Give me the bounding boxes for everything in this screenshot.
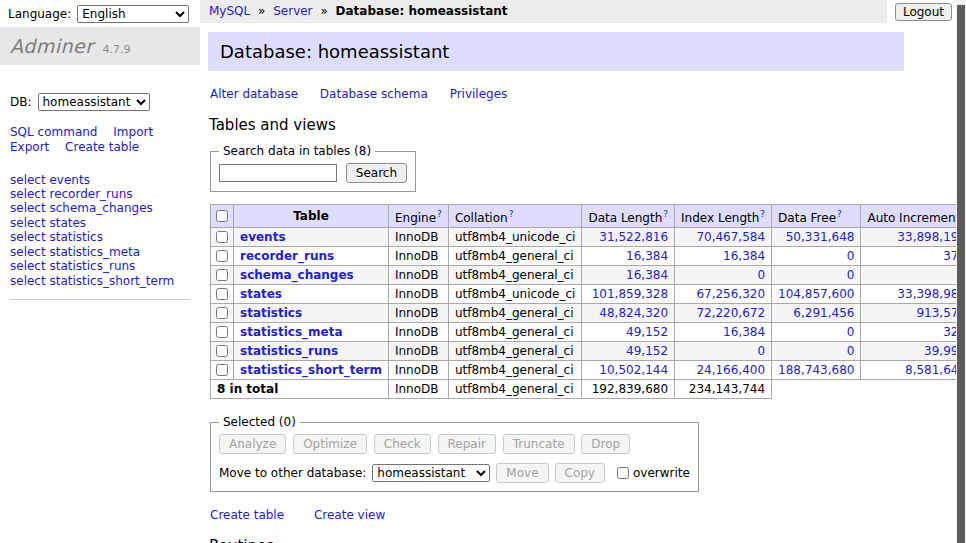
index-length-link[interactable]: 16,384 (723, 249, 765, 263)
sidebar-item-select-statistics-runs[interactable]: select statistics_runs (10, 260, 190, 274)
truncate-button[interactable]: Truncate (503, 434, 575, 454)
overwrite-wrap: overwrite (615, 466, 690, 480)
help-link-collation[interactable]: ? (509, 209, 514, 219)
privileges-link[interactable]: Privileges (450, 87, 508, 101)
analyze-button[interactable]: Analyze (219, 434, 286, 454)
sidebar-link-sql-command[interactable]: SQL command (10, 125, 97, 139)
breadcrumb-separator: » (320, 4, 327, 18)
sidebar-link-create-table[interactable]: Create table (65, 140, 139, 154)
row-checkbox[interactable] (216, 307, 228, 319)
row-checkbox[interactable] (216, 345, 228, 357)
row-checkbox[interactable] (216, 288, 228, 300)
data-free-link[interactable]: 188,743,680 (778, 363, 854, 377)
table-link[interactable]: statistics (240, 306, 302, 320)
scrollbar-thumb[interactable] (957, 5, 965, 543)
index-length-link[interactable]: 72,220,672 (696, 306, 765, 320)
data-free-link[interactable]: 50,331,648 (786, 230, 855, 244)
overwrite-checkbox[interactable] (617, 467, 629, 479)
data-length-link[interactable]: 16,384 (626, 268, 668, 282)
table-link[interactable]: statistics_short_term (240, 363, 382, 377)
table-link[interactable]: schema_changes (240, 268, 354, 282)
move-row: Move to other database: homeassistant Mo… (219, 463, 690, 483)
drop-button[interactable]: Drop (581, 434, 630, 454)
data-length-link[interactable]: 10,502,144 (599, 363, 668, 377)
create-table-link[interactable]: Create table (210, 508, 284, 522)
optimize-button[interactable]: Optimize (293, 434, 367, 454)
sidebar-item-select-statistics-meta[interactable]: select statistics_meta (10, 245, 190, 259)
row-checkbox[interactable] (216, 364, 228, 376)
sidebar-divider (10, 299, 190, 300)
index-length-link[interactable]: 0 (757, 268, 765, 282)
data-length-link[interactable]: 31,522,816 (599, 230, 668, 244)
logout-button[interactable]: Logout (895, 3, 952, 21)
data-length-link[interactable]: 101,859,328 (592, 287, 668, 301)
index-length-link[interactable]: 24,166,400 (696, 363, 765, 377)
check-button[interactable]: Check (374, 434, 431, 454)
index-length-link[interactable]: 70,467,584 (696, 230, 765, 244)
database-schema-link[interactable]: Database schema (320, 87, 428, 101)
index-length-link[interactable]: 67,256,320 (696, 287, 765, 301)
search-legend: Search data in tables (8) (219, 144, 375, 158)
table-link[interactable]: states (240, 287, 282, 301)
collation-cell: utf8mb4_unicode_ci (448, 285, 582, 304)
row-checkbox[interactable] (216, 231, 228, 243)
sidebar-actions: SQL command Import Export Create table (10, 125, 190, 155)
sidebar-item-select-states[interactable]: select states (10, 216, 190, 230)
breadcrumb-server-link[interactable]: Server (273, 4, 312, 18)
move-button[interactable]: Move (496, 463, 548, 483)
data-length-link[interactable]: 16,384 (626, 249, 668, 263)
row-checkbox[interactable] (216, 269, 228, 281)
search-fieldset: Search data in tables (8) Search (210, 144, 416, 192)
help-link-data-free[interactable]: ? (837, 209, 842, 219)
sidebar-item-select-statistics[interactable]: select statistics (10, 231, 190, 245)
column-header-engine-label: Engine (395, 211, 436, 225)
sidebar-item-select-statistics-short-term[interactable]: select statistics_short_term (10, 274, 190, 288)
sidebar-item-select-events[interactable]: select events (10, 173, 190, 187)
data-free-link[interactable]: 0 (847, 268, 855, 282)
table-row-states: states InnoDB utf8mb4_unicode_ci 101,859… (211, 285, 966, 304)
data-free-link[interactable]: 104,857,600 (778, 287, 854, 301)
search-button[interactable]: Search (346, 163, 407, 183)
db-select[interactable]: homeassistant (38, 93, 150, 111)
create-view-link[interactable]: Create view (314, 508, 385, 522)
breadcrumb-mysql-link[interactable]: MySQL (209, 4, 250, 18)
data-free-link[interactable]: 0 (847, 249, 855, 263)
main-area: MySQL » Server » Database: homeassistant… (200, 0, 966, 543)
data-length-link[interactable]: 48,824,320 (599, 306, 668, 320)
copy-button[interactable]: Copy (555, 463, 605, 483)
app-logo: Adminer 4.7.9 (0, 27, 200, 65)
table-link[interactable]: events (240, 230, 286, 244)
select-all-checkbox[interactable] (216, 210, 228, 222)
table-link[interactable]: statistics_meta (240, 325, 343, 339)
data-length-link[interactable]: 49,152 (626, 344, 668, 358)
move-database-select[interactable]: homeassistant (372, 464, 490, 482)
help-link-engine[interactable]: ? (437, 209, 442, 219)
repair-button[interactable]: Repair (438, 434, 496, 454)
data-free-link[interactable]: 0 (847, 344, 855, 358)
index-length-link[interactable]: 0 (757, 344, 765, 358)
sidebar-item-select-schema-changes[interactable]: select schema_changes (10, 202, 190, 216)
help-link-data-length[interactable]: ? (663, 209, 668, 219)
row-checkbox[interactable] (216, 250, 228, 262)
selected-legend: Selected (0) (219, 415, 300, 429)
collation-cell: utf8mb4_unicode_ci (448, 228, 582, 247)
move-label: Move to other database: (219, 466, 366, 480)
help-link-index-length[interactable]: ? (760, 209, 765, 219)
sidebar-link-import[interactable]: Import (113, 125, 153, 139)
data-free-link[interactable]: 0 (847, 325, 855, 339)
language-select[interactable]: English (77, 5, 189, 23)
data-length-link[interactable]: 49,152 (626, 325, 668, 339)
total-label: 8 in total (211, 380, 389, 399)
vertical-scrollbar[interactable] (956, 0, 966, 543)
totals-row: 8 in total InnoDB utf8mb4_general_ci 192… (211, 380, 966, 399)
column-header-table: Table (234, 205, 389, 228)
data-free-link[interactable]: 6,291,456 (793, 306, 854, 320)
sidebar-item-select-recorder-runs[interactable]: select recorder_runs (10, 187, 190, 201)
sidebar-link-export[interactable]: Export (10, 140, 49, 154)
table-link[interactable]: statistics_runs (240, 344, 338, 358)
search-input[interactable] (219, 164, 337, 182)
table-link[interactable]: recorder_runs (240, 249, 334, 263)
row-checkbox[interactable] (216, 326, 228, 338)
index-length-link[interactable]: 16,384 (723, 325, 765, 339)
alter-database-link[interactable]: Alter database (210, 87, 298, 101)
